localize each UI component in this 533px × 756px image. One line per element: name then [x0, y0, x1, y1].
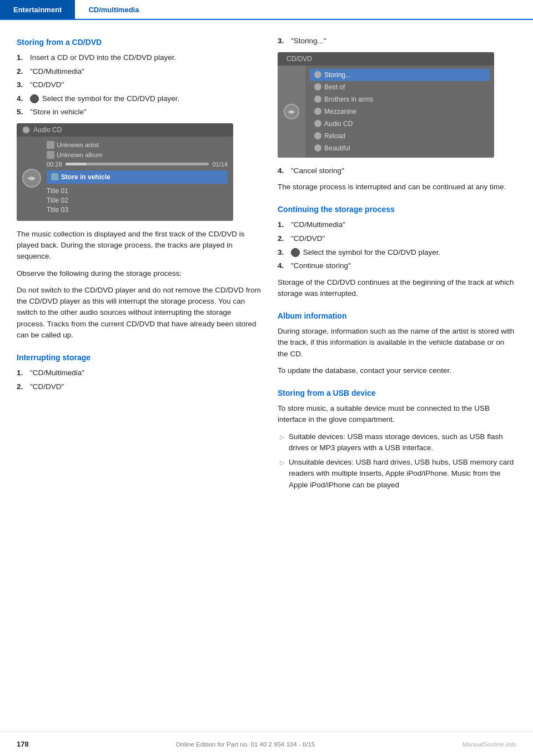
interrupt-step-2-num: 2. [17, 381, 27, 392]
continue-step-1: 1. "CD/Multimedia" [278, 219, 516, 230]
cd-track-list: Title 01 Title 02 Title 03 [47, 187, 228, 214]
step-4-num: 4. [17, 93, 27, 104]
continue-step-3-num: 3. [278, 247, 288, 258]
arrow-icon-1: ▷ [280, 432, 284, 454]
interrupt-step-1: 1. "CD/Multimedia" [17, 367, 261, 379]
menu-item-storing-label: Storing... [324, 71, 351, 79]
step-2-num: 2. [17, 66, 27, 77]
step-5-num: 5. [17, 107, 27, 118]
cd-symbol-icon-2 [291, 248, 300, 257]
menu-item-reload-icon [314, 132, 321, 139]
right-step-3-text: "Storing..." [291, 36, 516, 47]
top-navigation: Entertainment CD/multimedia [0, 0, 533, 20]
interrupt-step-2: 2. "CD/DVD" [17, 381, 261, 392]
para-album-info-2: To update the database, contact your ser… [278, 365, 516, 376]
heading-storing-usb: Storing from a USB device [278, 389, 516, 397]
continue-step-3-content: Select the symbol for the CD/DVD player. [303, 248, 441, 256]
right-column: 3. "Storing..." CD/DVD ◀▶ Storing... [278, 36, 516, 496]
cd-symbol-icon [30, 94, 39, 103]
step-3-num: 3. [17, 79, 27, 90]
continue-step-1-num: 1. [278, 219, 288, 230]
cd-screen-2: CD/DVD ◀▶ Storing... Best of [278, 52, 494, 158]
menu-item-beautiful[interactable]: Beautiful [310, 142, 490, 154]
cd-screen-2-header-label: CD/DVD [286, 55, 312, 63]
step-2-text: "CD/Multimedia" [30, 66, 261, 77]
cd-controls: ◀▶ [22, 141, 41, 215]
para-continue-storage: Storage of the CD/DVD continues at the b… [278, 277, 516, 300]
menu-item-brothers-label: Brothers in arms [324, 95, 373, 103]
step-1-num: 1. [17, 52, 27, 63]
menu-item-reload[interactable]: Reload [310, 130, 490, 142]
footer-page-number: 178 [17, 740, 29, 748]
cd-progress-row: 00:28 01/14 [47, 161, 228, 168]
cd-screen-2-menu: Storing... Best of Brothers in arms Mezz… [305, 65, 494, 158]
cd-prev-btn[interactable]: ◀▶ [22, 169, 41, 188]
menu-item-reload-label: Reload [324, 132, 345, 140]
heading-album-information: Album information [278, 311, 516, 320]
footer-logo: ManualSonline.info [462, 741, 516, 748]
continue-step-2-text: "CD/DVD" [291, 233, 516, 244]
usb-bullet-list: ▷ Suitable devices: USB mass storage dev… [278, 431, 516, 491]
continue-step-4-num: 4. [278, 260, 288, 271]
usb-suitable-text: Suitable devices: USB mass storage devic… [289, 431, 516, 454]
menu-item-beautiful-label: Beautiful [324, 144, 350, 152]
heading-continuing-storage: Continuing the storage process [278, 205, 516, 214]
tab-cd-multimedia[interactable]: CD/multimedia [75, 0, 152, 19]
heading-interrupting-storage: Interrupting storage [17, 353, 261, 362]
step-5-text: "Store in vehicle" [30, 107, 261, 118]
menu-item-mezzanine-label: Mezzanine [324, 108, 356, 115]
cd-progress-bar [66, 163, 209, 165]
footer-edition-info: Online Edition for Part no. 01 40 2 954 … [176, 741, 315, 748]
menu-item-audio-cd[interactable]: Audio CD [310, 118, 490, 130]
usb-unsuitable-text: Unsuitable devices: USB hard drives, USB… [289, 457, 516, 491]
steps-storing-cd-dvd: 1. Insert a CD or DVD into the CD/DVD pl… [17, 52, 261, 118]
menu-item-storing[interactable]: Storing... [310, 69, 490, 81]
menu-item-storing-icon [314, 71, 321, 78]
continue-step-2: 2. "CD/DVD" [278, 233, 516, 244]
step-4-text-content: Select the symbol for the CD/DVD player. [42, 94, 180, 103]
cd-store-label: Store in vehicle [61, 173, 110, 181]
step-2: 2. "CD/Multimedia" [17, 66, 261, 77]
right-step-3: 3. "Storing..." [278, 36, 516, 47]
continue-step-1-text: "CD/Multimedia" [291, 219, 516, 230]
step-4-text: Select the symbol for the CD/DVD player. [30, 93, 261, 104]
menu-item-beautiful-icon [314, 144, 321, 152]
cd-album-label: Unknown album [57, 152, 102, 158]
left-column: Storing from a CD/DVD 1. Insert a CD or … [17, 36, 261, 496]
cd-nav-btn[interactable]: ◀▶ [284, 104, 299, 119]
store-icon [51, 173, 58, 180]
interrupt-step-2-text: "CD/DVD" [30, 381, 261, 392]
menu-item-best-of[interactable]: Best of [310, 81, 490, 93]
main-content: Storing from a CD/DVD 1. Insert a CD or … [0, 20, 533, 530]
cd-artist-row: Unknown artist [47, 141, 228, 149]
tab-entertainment[interactable]: Entertainment [0, 0, 75, 19]
cd-progress-fill [66, 163, 87, 165]
usb-bullet-suitable: ▷ Suitable devices: USB mass storage dev… [278, 431, 516, 454]
cd-screen-2-body: ◀▶ Storing... Best of Brothers in arms [278, 65, 494, 158]
menu-item-brothers[interactable]: Brothers in arms [310, 93, 490, 105]
continue-step-3-text: Select the symbol for the CD/DVD player. [291, 247, 516, 258]
heading-storing-cd-dvd: Storing from a CD/DVD [17, 38, 261, 47]
para-storage-description: The music collection is displayed and th… [17, 229, 261, 263]
tab-cd-multimedia-label: CD/multimedia [88, 6, 139, 14]
track-3: Title 03 [47, 206, 228, 214]
arrow-icon-2: ▷ [280, 458, 284, 491]
cd-info: Unknown artist Unknown album 00:28 01/14 [47, 141, 228, 215]
cd-artist-label: Unknown artist [57, 142, 99, 148]
cd-store-btn[interactable]: Store in vehicle [47, 170, 228, 184]
interrupt-step-1-num: 1. [17, 367, 27, 379]
disc-icon [22, 126, 30, 134]
menu-item-mezzanine[interactable]: Mezzanine [310, 105, 490, 118]
continue-step-3: 3. Select the symbol for the CD/DVD play… [278, 247, 516, 258]
para-cancel-storing: The storage process is interrupted and c… [278, 182, 516, 193]
step-5: 5. "Store in vehicle" [17, 107, 261, 118]
cd-screen-1-body: ◀▶ Unknown artist Unknown album 00:28 [17, 137, 233, 221]
steps-right-top: 3. "Storing..." [278, 36, 516, 47]
artist-icon [47, 141, 54, 149]
menu-item-brothers-icon [314, 95, 321, 103]
step-1: 1. Insert a CD or DVD into the CD/DVD pl… [17, 52, 261, 63]
step-3-text: "CD/DVD" [30, 79, 261, 90]
cd-screen-1-header: Audio CD [17, 123, 233, 137]
steps-right-step4: 4. "Cancel storing" [278, 165, 516, 177]
step-1-text: Insert a CD or DVD into the CD/DVD playe… [30, 52, 261, 63]
